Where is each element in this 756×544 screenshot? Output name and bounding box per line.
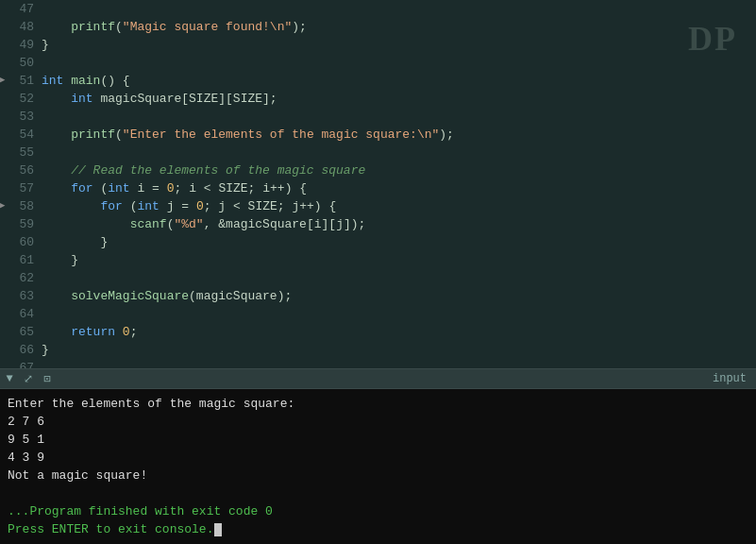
line-content: int magicSquare[SIZE][SIZE];: [42, 90, 277, 108]
console-line-5: Not a magic square!: [8, 467, 748, 484]
line-content: for (int i = 0; i < SIZE; i++) {: [42, 179, 307, 197]
code-line-51: 51 int main() {: [0, 72, 756, 90]
line-content: }: [42, 233, 108, 251]
line-content: printf("Magic square found!\n");: [42, 18, 307, 36]
code-line-48: 48 printf("Magic square found!\n");: [0, 18, 756, 36]
line-number: 55: [0, 144, 42, 162]
line-number: 62: [0, 269, 42, 287]
line-number: 57: [0, 179, 42, 197]
console-line-2: 2 7 6: [8, 413, 748, 431]
line-number: 58: [0, 197, 42, 215]
code-line-67: 67: [0, 359, 756, 368]
code-line-49: 49 }: [0, 36, 756, 54]
line-number: 66: [0, 341, 42, 359]
code-line-53: 53: [0, 108, 756, 126]
expand-icon[interactable]: ⤢: [19, 368, 38, 389]
line-content: }: [42, 251, 78, 269]
code-line-64: 64: [0, 305, 756, 323]
line-number: 51: [0, 72, 42, 90]
code-line-60: 60 }: [0, 233, 756, 251]
line-number: 49: [0, 36, 42, 54]
code-line-52: 52 int magicSquare[SIZE][SIZE];: [0, 90, 756, 108]
line-content: scanf("%d", &magicSquare[i][j]);: [42, 215, 365, 233]
code-line-59: 59 scanf("%d", &magicSquare[i][j]);: [0, 215, 756, 233]
line-number: 48: [0, 18, 42, 36]
bar-label: input: [713, 372, 747, 385]
console-line-7: ...Program finished with exit code 0: [8, 502, 748, 520]
code-line-54: 54 printf("Enter the elements of the mag…: [0, 126, 756, 144]
line-content: }: [42, 341, 49, 359]
line-number: 59: [0, 215, 42, 233]
console-line-6: [8, 484, 748, 502]
line-number: 53: [0, 108, 42, 126]
line-number: 63: [0, 287, 42, 305]
line-number: 47: [0, 0, 42, 18]
settings-icon[interactable]: ⊡: [38, 368, 57, 389]
line-number: 61: [0, 251, 42, 269]
line-number: 54: [0, 126, 42, 144]
console-line-8: Press ENTER to exit console.: [8, 520, 748, 538]
code-line-61: 61 }: [0, 251, 756, 269]
console-area: Enter the elements of the magic square: …: [0, 389, 756, 544]
code-line-57: 57 for (int i = 0; i < SIZE; i++) {: [0, 179, 756, 197]
code-lines: 47 48 printf("Magic square found!\n"); 4…: [0, 0, 756, 368]
code-line-55: 55: [0, 144, 756, 162]
code-line-66: 66 }: [0, 341, 756, 359]
collapse-icon[interactable]: ▼: [0, 368, 19, 389]
code-editor: DP 47 48 printf("Magic square found!\n")…: [0, 0, 756, 368]
line-content: return 0;: [42, 323, 137, 341]
console-line-3: 9 5 1: [8, 431, 748, 449]
code-line-56: 56 // Read the elements of the magic squ…: [0, 162, 756, 179]
line-number: 64: [0, 305, 42, 323]
line-number: 67: [0, 359, 42, 368]
console-line-4: 4 3 9: [8, 449, 748, 467]
code-line-62: 62: [0, 269, 756, 287]
code-line-63: 63 solveMagicSquare(magicSquare);: [0, 287, 756, 305]
toolbar-bar: ▼ ⤢ ⊡ input: [0, 368, 756, 389]
line-number: 65: [0, 323, 42, 341]
line-content: // Read the elements of the magic square: [42, 162, 365, 179]
line-content: for (int j = 0; j < SIZE; j++) {: [42, 197, 336, 215]
text-cursor: [214, 523, 222, 536]
line-content: solveMagicSquare(magicSquare);: [42, 287, 292, 305]
line-content: printf("Enter the elements of the magic …: [42, 126, 454, 144]
line-number: 50: [0, 54, 42, 72]
console-line-1: Enter the elements of the magic square:: [8, 395, 748, 413]
code-line-65: 65 return 0;: [0, 323, 756, 341]
line-number: 56: [0, 162, 42, 179]
code-line-50: 50: [0, 54, 756, 72]
line-content: }: [42, 36, 49, 54]
code-line-47: 47: [0, 0, 756, 18]
code-line-58: 58 for (int j = 0; j < SIZE; j++) {: [0, 197, 756, 215]
line-content: int main() {: [42, 72, 130, 90]
line-number: 52: [0, 90, 42, 108]
line-number: 60: [0, 233, 42, 251]
